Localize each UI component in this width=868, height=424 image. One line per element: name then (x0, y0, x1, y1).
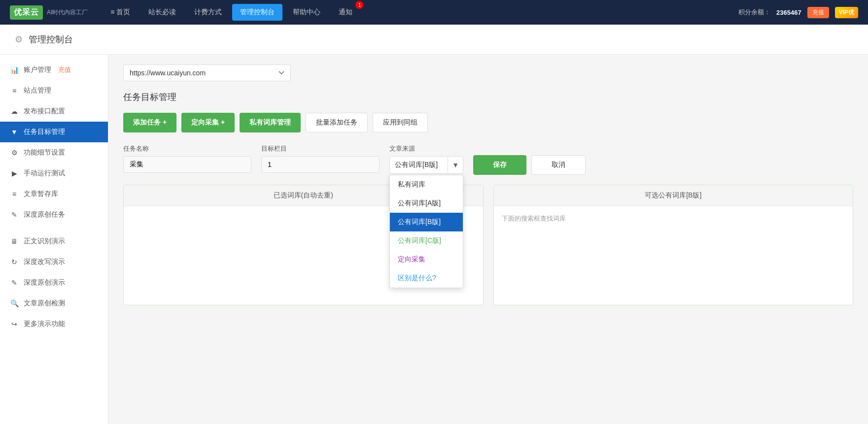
sidebar-item-draft[interactable]: ≡ 文章暂存库 (0, 184, 108, 204)
source-dropdown-menu: 私有词库 公有词库[A版] 公有词库[B版] 公有词库[C版] 定向采集 区别是… (389, 175, 463, 288)
page-body: ⚙ 管理控制台 📊 账户管理 充值 ≡ 站点管理 ☁ 发布接口配置 ▼ 任务目标… (0, 25, 868, 424)
refresh-icon: ↻ (10, 258, 19, 266)
settings-icon: ⚙ (10, 149, 19, 157)
source-select-arrow-icon: ▼ (448, 157, 463, 173)
targeted-collect-button[interactable]: 定向采集 + (181, 113, 235, 132)
form-row: 任务名称 目标栏目 文章来源 公有词库[B版] ▼ 私有词库 (123, 144, 853, 175)
top-charge-button[interactable]: 充值 (807, 7, 829, 18)
filter-icon: ▼ (10, 128, 19, 136)
site-selector-row: https://www.ucaiyun.com (123, 65, 853, 81)
task-name-input[interactable] (123, 156, 251, 173)
dropdown-option-public-b[interactable]: 公有词库[B版] (390, 213, 463, 231)
target-col-label: 目标栏目 (261, 144, 380, 153)
sidebar-label-original-task: 深度原创任务 (24, 210, 65, 219)
save-cancel-group: 保存 取消 (473, 144, 586, 175)
cloud-icon: ☁ (10, 107, 19, 115)
content-area: 📊 账户管理 充值 ≡ 站点管理 ☁ 发布接口配置 ▼ 任务目标管理 ⚙ 功能细… (0, 55, 868, 424)
list-icon: ≡ (10, 87, 19, 95)
target-col-input[interactable] (261, 156, 380, 173)
draft-icon: ≡ (10, 190, 19, 198)
main-content: https://www.ucaiyun.com 任务目标管理 添加任务 + 定向… (108, 55, 868, 424)
sidebar-label-feature: 功能细节设置 (24, 148, 65, 157)
site-selector[interactable]: https://www.ucaiyun.com (123, 65, 291, 81)
sidebar-label-more: 更多演示功能 (24, 320, 65, 328)
sidebar-label-orig-demo: 深度原创演示 (24, 278, 65, 287)
nav-webmaster[interactable]: 站长必读 (140, 4, 184, 21)
chart-icon: 📊 (10, 66, 19, 74)
gear-icon: ⚙ (15, 34, 23, 45)
source-select-value: 公有词库[B版] (390, 157, 448, 173)
sidebar-label-ocr: 正文识别演示 (24, 237, 65, 246)
more-icon: ↪ (10, 320, 19, 328)
available-lib-panel: 可选公有词库[B版] 下面的搜索框查找词库 (493, 185, 854, 305)
apply-group-button[interactable]: 应用到同组 (373, 113, 428, 132)
nav-pricing[interactable]: 计费方式 (186, 4, 230, 21)
sidebar-label-check: 文章原创检测 (24, 299, 65, 308)
dropdown-option-private[interactable]: 私有词库 (390, 175, 463, 194)
sidebar: 📊 账户管理 充值 ≡ 站点管理 ☁ 发布接口配置 ▼ 任务目标管理 ⚙ 功能细… (0, 55, 108, 424)
sidebar-item-publish[interactable]: ☁ 发布接口配置 (0, 101, 108, 122)
sidebar-item-manual[interactable]: ▶ 手动运行测试 (0, 163, 108, 184)
task-name-group: 任务名称 (123, 144, 251, 173)
nav-help[interactable]: 帮助中心 (285, 4, 328, 21)
target-col-group: 目标栏目 (261, 144, 380, 173)
nav-home[interactable]: ≡ 首页 (103, 4, 138, 21)
sidebar-item-more[interactable]: ↪ 更多演示功能 (0, 314, 108, 334)
sidebar-label-account: 账户管理 (24, 65, 51, 74)
logo-text: 优采云 (10, 5, 43, 20)
batch-add-button[interactable]: 批量添加任务 (306, 113, 368, 132)
nav-dashboard[interactable]: 管理控制台 (232, 4, 282, 21)
play-icon: ▶ (10, 169, 19, 177)
nav-right: 积分余额： 2365467 充值 VIP优 (738, 7, 858, 18)
pencil-icon: ✎ (10, 279, 19, 287)
edit-icon: ✎ (10, 211, 19, 219)
nav-items: ≡ 首页 站长必读 计费方式 管理控制台 帮助中心 通知 1 (103, 4, 738, 21)
sidebar-item-original-task[interactable]: ✎ 深度原创任务 (0, 204, 108, 225)
sidebar-item-site[interactable]: ≡ 站点管理 (0, 80, 108, 101)
sidebar-item-check[interactable]: 🔍 文章原创检测 (0, 293, 108, 314)
sidebar-item-account[interactable]: 📊 账户管理 充值 (0, 60, 108, 80)
dropdown-option-diff[interactable]: 区别是什么? (390, 269, 463, 288)
two-col-panel: 已选词库(自动去重) 可选公有词库[B版] 下面的搜索框查找词库 (123, 185, 853, 305)
sidebar-label-manual: 手动运行测试 (24, 169, 65, 178)
dropdown-option-targeted[interactable]: 定向采集 (390, 250, 463, 269)
available-lib-header: 可选公有词库[B版] (494, 185, 853, 206)
available-lib-body: 下面的搜索框查找词库 (494, 206, 853, 305)
vip-badge: VIP优 (835, 7, 858, 18)
task-name-label: 任务名称 (123, 144, 251, 153)
nav-notify[interactable]: 通知 1 (331, 4, 360, 21)
page-title: 管理控制台 (29, 33, 73, 45)
sidebar-label-task: 任务目标管理 (24, 128, 65, 136)
sidebar-label-publish: 发布接口配置 (24, 107, 65, 116)
cancel-button[interactable]: 取消 (531, 155, 586, 175)
private-lib-button[interactable]: 私有词库管理 (240, 113, 301, 132)
source-label: 文章来源 (389, 144, 463, 153)
section-title: 任务目标管理 (123, 91, 853, 103)
logo-area: 优采云 AI时代内容工厂 (10, 5, 88, 20)
dropdown-option-public-c[interactable]: 公有词库[C版] (390, 231, 463, 250)
points-label: 积分余额： (738, 8, 770, 17)
monitor-icon: 🖥 (10, 237, 19, 245)
sidebar-item-task[interactable]: ▼ 任务目标管理 (0, 122, 108, 142)
sidebar-item-orig-demo[interactable]: ✎ 深度原创演示 (0, 272, 108, 293)
save-button[interactable]: 保存 (473, 155, 526, 175)
notification-badge: 1 (355, 1, 363, 9)
search-hint-text: 下面的搜索框查找词库 (502, 215, 566, 222)
sidebar-item-rewrite[interactable]: ↻ 深度改写演示 (0, 252, 108, 272)
dropdown-option-public-a[interactable]: 公有词库[A版] (390, 194, 463, 213)
page-header: ⚙ 管理控制台 (0, 25, 868, 55)
sidebar-label-draft: 文章暂存库 (24, 190, 58, 198)
sidebar-label-rewrite: 深度改写演示 (24, 258, 65, 266)
points-value: 2365467 (776, 9, 801, 16)
sidebar-item-ocr[interactable]: 🖥 正文识别演示 (0, 231, 108, 252)
source-select-wrapper: 文章来源 公有词库[B版] ▼ 私有词库 公有词库[A版] 公有词库[B版] 公… (389, 144, 463, 174)
sidebar-item-feature[interactable]: ⚙ 功能细节设置 (0, 142, 108, 163)
sidebar-label-site: 站点管理 (24, 86, 51, 95)
source-select-box[interactable]: 公有词库[B版] ▼ (389, 156, 463, 174)
action-row: 添加任务 + 定向采集 + 私有词库管理 批量添加任务 应用到同组 (123, 113, 853, 132)
top-navigation: 优采云 AI时代内容工厂 ≡ 首页 站长必读 计费方式 管理控制台 帮助中心 通… (0, 0, 868, 25)
add-task-button[interactable]: 添加任务 + (123, 113, 176, 132)
search-icon: 🔍 (10, 299, 19, 307)
logo-subtitle: AI时代内容工厂 (47, 8, 88, 17)
sidebar-recharge-link[interactable]: 充值 (58, 65, 71, 74)
